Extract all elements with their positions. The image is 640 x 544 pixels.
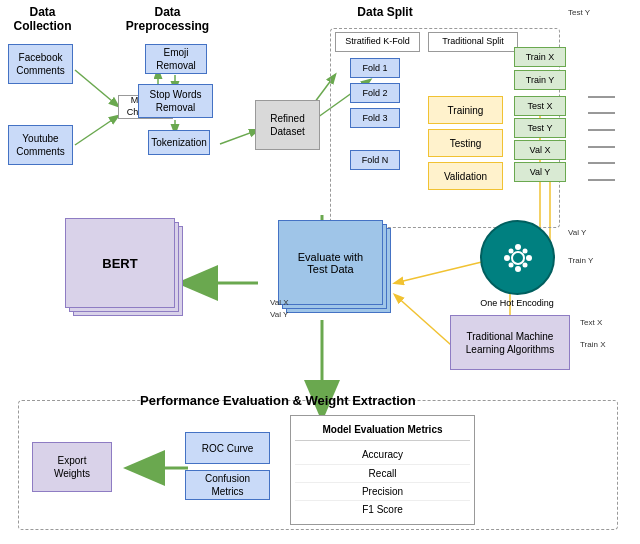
tokenization-box: Tokenization <box>148 130 210 155</box>
svg-point-28 <box>515 244 521 250</box>
gear-icon <box>498 238 538 278</box>
label-trainx2: Train X <box>580 340 606 349</box>
svg-point-31 <box>526 255 532 261</box>
label-valy1: Val Y <box>568 228 586 237</box>
fold3-box: Fold 3 <box>350 108 400 128</box>
one-hot-label: One Hot Encoding <box>473 298 561 308</box>
refined-dataset-box: Refined Dataset <box>255 100 320 150</box>
testing-box: Testing <box>428 129 503 157</box>
svg-line-18 <box>395 260 490 283</box>
fold1-box: Fold 1 <box>350 58 400 78</box>
label-valx2: Val X <box>270 298 289 307</box>
svg-line-0 <box>75 70 118 106</box>
svg-line-1 <box>75 116 118 145</box>
traditional-split-box: Traditional Split <box>428 32 518 52</box>
header-data-preprocessing: Data Preprocessing <box>110 5 225 33</box>
stratified-box: Stratified K-Fold <box>335 32 420 52</box>
svg-point-27 <box>512 252 524 264</box>
trainx-box: Train X <box>514 47 566 67</box>
facebook-box: Facebook Comments <box>8 44 73 84</box>
svg-point-35 <box>508 262 513 267</box>
validation-box: Validation <box>428 162 503 190</box>
label-trainy: Train Y <box>568 256 593 265</box>
foldn-box: Fold N <box>350 150 400 170</box>
svg-point-34 <box>522 248 527 253</box>
label-textx: Text X <box>580 318 602 327</box>
diagram-container: Data Collection Data Preprocessing Data … <box>0 0 640 544</box>
export-weights-box: Export Weights <box>32 442 112 492</box>
model-eval-box: Model Evaluation Metrics Accuracy Recall… <box>290 415 475 525</box>
svg-line-5 <box>220 130 258 144</box>
training-box: Training <box>428 96 503 124</box>
testx-box: Test X <box>514 96 566 116</box>
svg-point-32 <box>508 248 513 253</box>
roc-box: ROC Curve <box>185 432 270 464</box>
confusion-box: Confusion Metrics <box>185 470 270 500</box>
youtube-box: Youtube Comments <box>8 125 73 165</box>
perf-header: Performance Evaluation & Weight Extracti… <box>140 393 416 408</box>
fold2-box: Fold 2 <box>350 83 400 103</box>
valy-box: Val Y <box>514 162 566 182</box>
valx-box: Val X <box>514 140 566 160</box>
testy-box: Test Y <box>514 118 566 138</box>
header-data-split: Data Split <box>320 5 450 19</box>
label-testy: Test Y <box>568 8 590 17</box>
svg-point-33 <box>522 262 527 267</box>
one-hot-encoding-box <box>480 220 555 295</box>
emoji-box: Emoji Removal <box>145 44 207 74</box>
label-valy2: Val Y <box>270 310 288 319</box>
trainy-box: Train Y <box>514 70 566 90</box>
stopwords-box: Stop Words Removal <box>138 84 213 118</box>
svg-point-30 <box>504 255 510 261</box>
trad-ml-box: Traditional Machine Learning Algorithms <box>450 315 570 370</box>
header-data-collection: Data Collection <box>5 5 80 33</box>
svg-point-29 <box>515 266 521 272</box>
